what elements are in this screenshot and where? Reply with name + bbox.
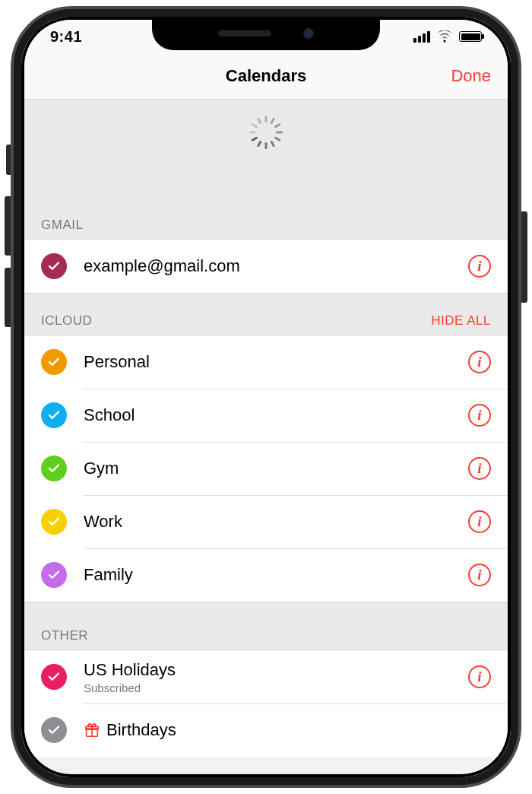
calendar-row-personal[interactable]: Personal i (24, 335, 508, 389)
checkmark-icon[interactable] (41, 664, 67, 690)
list-other: US Holidays Subscribed i Birthdays (24, 649, 508, 757)
spinner-icon (254, 115, 278, 139)
section-header-icloud: ICLOUD HIDE ALL (24, 294, 508, 335)
calendar-label: Gym (84, 459, 468, 478)
calendar-row-gym[interactable]: Gym i (24, 442, 508, 495)
calendar-row-work[interactable]: Work i (24, 495, 508, 548)
info-button[interactable]: i (468, 457, 491, 480)
info-button[interactable]: i (468, 510, 491, 533)
front-camera (303, 28, 314, 39)
checkmark-icon[interactable] (41, 717, 67, 743)
done-button[interactable]: Done (451, 66, 491, 86)
power-button (520, 211, 527, 303)
calendar-label: School (84, 405, 468, 425)
list-icloud: Personal i School i Gym i Work i (24, 335, 508, 602)
checkmark-icon[interactable] (41, 562, 67, 588)
calendar-label: example@gmail.com (84, 256, 468, 276)
calendar-label: Work (84, 512, 468, 532)
checkmark-icon[interactable] (41, 349, 67, 375)
calendar-label: Family (84, 565, 468, 585)
calendar-row-birthdays[interactable]: Birthdays (24, 703, 508, 757)
calendar-row-school[interactable]: School i (24, 389, 508, 442)
checkmark-icon[interactable] (41, 509, 67, 535)
info-button[interactable]: i (468, 255, 491, 278)
mute-switch (6, 145, 12, 175)
refresh-area[interactable] (24, 99, 508, 198)
calendar-label: Birthdays (84, 720, 491, 740)
hide-all-button[interactable]: HIDE ALL (431, 313, 491, 329)
info-button[interactable]: i (468, 351, 491, 373)
calendar-row-gmail-account[interactable]: example@gmail.com i (24, 240, 508, 293)
cellular-signal-icon (413, 30, 430, 43)
phone-frame: 9:41 Calendars Done GMAIL (14, 9, 518, 785)
notch (152, 17, 380, 50)
speaker-grill (218, 30, 271, 37)
section-header-label: GMAIL (41, 218, 83, 233)
info-button[interactable]: i (468, 404, 491, 427)
checkmark-icon[interactable] (41, 402, 67, 428)
list-gmail: example@gmail.com i (24, 239, 508, 294)
volume-down-button (5, 268, 12, 327)
info-button[interactable]: i (468, 665, 491, 688)
calendar-label: US Holidays (84, 660, 468, 680)
checkmark-icon[interactable] (41, 253, 67, 279)
calendar-row-us-holidays[interactable]: US Holidays Subscribed i (24, 650, 508, 703)
section-header-label: OTHER (41, 628, 88, 643)
checkmark-icon[interactable] (41, 456, 67, 481)
wifi-icon (436, 30, 453, 43)
calendar-sublabel: Subscribed (84, 681, 468, 694)
screen: 9:41 Calendars Done GMAIL (24, 20, 508, 774)
section-header-gmail: GMAIL (24, 198, 508, 239)
info-button[interactable]: i (468, 564, 491, 586)
section-header-label: ICLOUD (41, 313, 92, 329)
calendar-label: Personal (84, 352, 468, 372)
page-title: Calendars (226, 66, 306, 86)
calendar-row-family[interactable]: Family i (24, 548, 508, 602)
battery-icon (459, 31, 482, 42)
gift-icon (84, 722, 100, 738)
section-header-other: OTHER (24, 602, 508, 649)
volume-up-button (5, 196, 12, 256)
status-time: 9:41 (50, 28, 82, 46)
nav-bar: Calendars Done (24, 53, 508, 99)
